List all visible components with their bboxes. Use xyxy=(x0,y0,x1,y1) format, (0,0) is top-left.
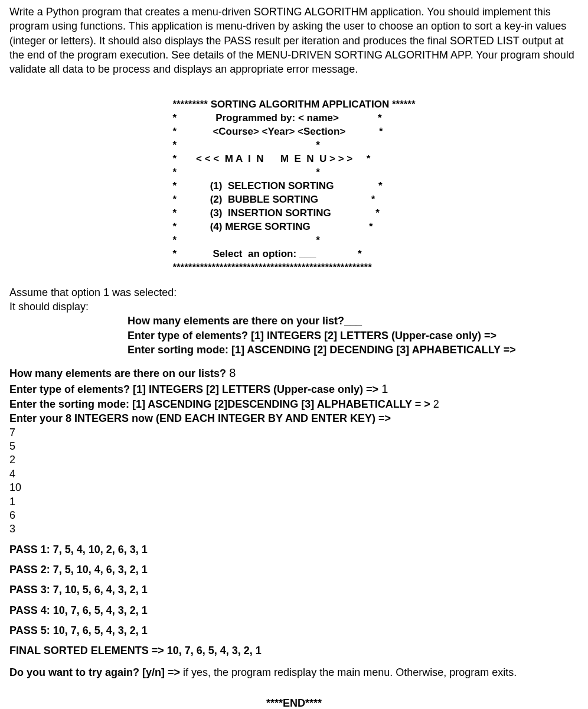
pass-results: PASS 1: 7, 5, 4, 10, 2, 6, 3, 1 PASS 2: … xyxy=(9,542,579,658)
example-run: How many elements are there on our lists… xyxy=(9,365,579,536)
run-line: Enter the sorting mode: [1] ASCENDING [2… xyxy=(9,397,579,411)
try-again-prompt: Do you want to try again? [y/n] => xyxy=(9,666,183,678)
menu-box: ********* SORTING ALGORITHM APPLICATION … xyxy=(172,84,415,274)
run-answer: 8 xyxy=(229,366,236,379)
menu-border-bottom: ****************************************… xyxy=(172,262,371,273)
run-answer: 1 xyxy=(381,382,388,395)
entered-value: 4 xyxy=(9,467,579,481)
menu-title: ********* SORTING ALGORITHM APPLICATION … xyxy=(172,99,415,110)
assumption-block: Assume that option 1 was selected: It sh… xyxy=(9,285,579,357)
menu-option-4: * (4) MERGE SORTING * xyxy=(172,221,373,232)
pass-line: PASS 4: 10, 7, 6, 5, 4, 3, 2, 1 xyxy=(9,603,579,617)
prompt-line: How many elements are there on your list… xyxy=(128,314,579,328)
run-question: How many elements are there on our lists… xyxy=(9,367,226,379)
assumption-line: Assume that option 1 was selected: xyxy=(9,285,579,300)
menu-blank: * * xyxy=(172,167,319,178)
pass-line: PASS 2: 7, 5, 10, 4, 6, 3, 2, 1 xyxy=(9,562,579,577)
entered-value: 2 xyxy=(9,453,579,467)
assumption-line: It should display: xyxy=(9,300,579,314)
entered-value: 1 xyxy=(9,495,579,509)
entered-value: 10 xyxy=(9,481,579,495)
run-question: Enter the sorting mode: [1] ASCENDING [2… xyxy=(9,398,430,410)
entered-value: 5 xyxy=(9,440,579,453)
entered-value: 7 xyxy=(9,426,579,440)
pass-line: PASS 1: 7, 5, 4, 10, 2, 6, 3, 1 xyxy=(9,542,579,557)
entered-value: 3 xyxy=(9,522,579,536)
menu-author: * Programmed by: < name> * xyxy=(172,112,381,123)
prompt-line: Enter type of elements? [1] INTEGERS [2]… xyxy=(128,329,579,343)
run-answer: 2 xyxy=(433,398,439,410)
prompt-block: How many elements are there on your list… xyxy=(9,314,579,357)
run-line: How many elements are there on our lists… xyxy=(9,365,579,381)
entered-value: 6 xyxy=(9,509,579,522)
menu-header: * < < < M A I N M E N U > > > * xyxy=(172,153,370,164)
entered-values: 7 5 2 4 10 1 6 3 xyxy=(9,426,579,536)
pass-line: PASS 3: 7, 10, 5, 6, 4, 3, 2, 1 xyxy=(9,583,579,597)
menu-select-prompt: * Select an option: ___ * xyxy=(172,248,361,259)
menu-option-1: * (1) SELECTION SORTING * xyxy=(172,180,382,191)
pass-line: PASS 5: 10, 7, 6, 5, 4, 3, 2, 1 xyxy=(9,623,579,638)
run-question: Enter your 8 INTEGERS now (END EACH INTE… xyxy=(9,412,391,424)
menu-blank: * * xyxy=(172,139,319,151)
run-question: Enter type of elements? [1] INTEGERS [2]… xyxy=(9,383,378,395)
menu-option-3: * (3) INSERTION SORTING * xyxy=(172,207,379,219)
final-line: FINAL SORTED ELEMENTS => 10, 7, 6, 5, 4,… xyxy=(9,643,579,658)
prompt-line: Enter sorting mode: [1] ASCENDING [2] DE… xyxy=(128,343,579,357)
menu-blank: * * xyxy=(172,235,319,246)
end-marker: ****END**** xyxy=(9,696,579,709)
menu-course: * <Course> <Year> <Section> * xyxy=(172,126,383,137)
try-again-explain: if yes, the program redisplay the main m… xyxy=(183,666,517,678)
menu-option-2: * (2) BUBBLE SORTING * xyxy=(172,194,375,205)
problem-statement: Write a Python program that creates a me… xyxy=(9,5,579,76)
run-line: Enter type of elements? [1] INTEGERS [2]… xyxy=(9,381,579,397)
document-page: Write a Python program that creates a me… xyxy=(0,0,588,709)
run-line: Enter your 8 INTEGERS now (END EACH INTE… xyxy=(9,411,579,425)
try-again-line: Do you want to try again? [y/n] => if ye… xyxy=(9,665,579,679)
